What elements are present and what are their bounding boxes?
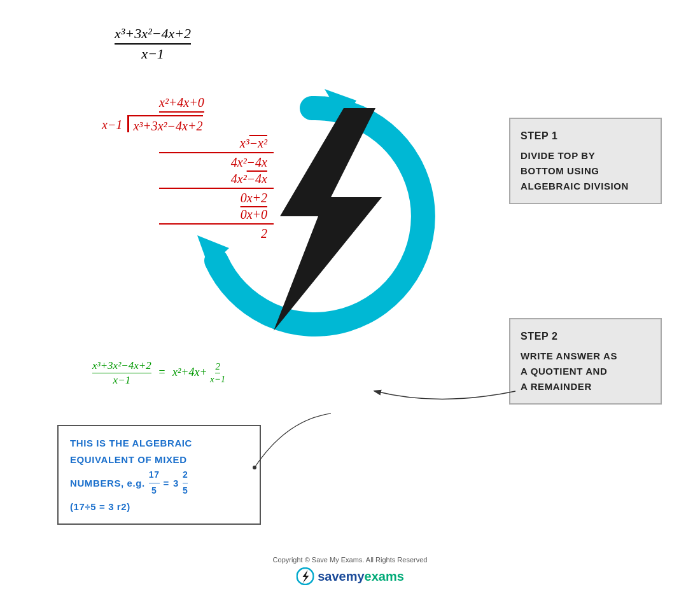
step2-box: STEP 2 WRITE ANSWER AS A QUOTIENT AND A … xyxy=(509,318,662,405)
logo-bolt-icon xyxy=(296,567,314,585)
copyright-text: Copyright © Save My Exams. All Rights Re… xyxy=(273,556,428,564)
note-line3: NUMBERS, e.g. xyxy=(70,475,145,492)
answer-line: x³+3x²−4x+2 x−1 = x²+4x+ 2 x−1 xyxy=(92,359,225,387)
note-mixed-den: 5 xyxy=(183,483,188,499)
divisor: x−1 xyxy=(102,115,129,132)
equals-sign: = xyxy=(158,366,165,378)
note-mixed-fraction: 2 5 xyxy=(183,468,188,499)
long-division: x²+4x+0 x−1 x³+3x²−4x+2 x³−x² 4x²−4x 4x²… xyxy=(102,95,274,241)
step1-box: STEP 1 DIVIDE TOP BY BOTTOM USING ALGEBR… xyxy=(509,118,662,204)
quotient-line: x²+4x+0 xyxy=(159,95,204,113)
remainder-denominator: x−1 xyxy=(210,373,225,385)
note-frac-den: 5 xyxy=(151,483,157,499)
top-fraction: x³+3x²−4x+2 x−1 xyxy=(115,25,191,62)
dividend: x³+3x²−4x+2 xyxy=(129,115,202,134)
note-whole: 3 xyxy=(173,475,179,492)
top-numerator: x³+3x²−4x+2 xyxy=(115,25,191,45)
note-mixed-num: 2 xyxy=(183,468,188,483)
svg-marker-0 xyxy=(325,89,356,121)
note-box: THIS IS THE ALGEBRAIC EQUIVALENT OF MIXE… xyxy=(57,425,261,525)
logo-exams: exams xyxy=(365,569,404,583)
note-line4: (17÷5 = 3 r2) xyxy=(70,499,248,515)
svg-marker-2 xyxy=(274,108,382,331)
answer-numerator: x³+3x²−4x+2 xyxy=(92,359,151,373)
note-fraction: 17 5 xyxy=(149,468,160,499)
svg-point-3 xyxy=(253,466,256,469)
step2-title: STEP 2 xyxy=(521,328,650,345)
step1-line2: BOTTOM USING xyxy=(521,165,599,176)
note-equals: = xyxy=(164,475,169,492)
note-line2: EQUIVALENT OF MIXED xyxy=(70,452,248,468)
note-frac-num: 17 xyxy=(149,468,160,483)
note-line1: THIS IS THE ALGEBRAIC xyxy=(70,435,248,452)
remainder-numerator: 2 xyxy=(215,361,220,373)
logo-save: save xyxy=(318,569,346,583)
quotient-part: x²+4x+ xyxy=(172,366,207,378)
note-line3-row: NUMBERS, e.g. 17 5 = 3 2 5 xyxy=(70,468,248,499)
step2-line1: WRITE ANSWER AS xyxy=(521,350,617,361)
top-denominator: x−1 xyxy=(115,45,191,62)
step1-line1: DIVIDE TOP BY xyxy=(521,150,595,161)
logo-text: savemyexams xyxy=(318,569,404,584)
step2-line2: A QUOTIENT AND xyxy=(521,366,607,377)
step2-line3: A REMAINDER xyxy=(521,381,592,392)
footer: Copyright © Save My Exams. All Rights Re… xyxy=(273,556,428,585)
logo: savemyexams xyxy=(273,567,428,585)
step1-line3: ALGEBRAIC DIVISION xyxy=(521,181,629,191)
step1-title: STEP 1 xyxy=(521,128,650,144)
logo-my: my xyxy=(346,569,365,583)
answer-denominator: x−1 xyxy=(113,373,131,387)
note-curve-arrow xyxy=(235,407,350,471)
svg-marker-5 xyxy=(302,570,309,583)
